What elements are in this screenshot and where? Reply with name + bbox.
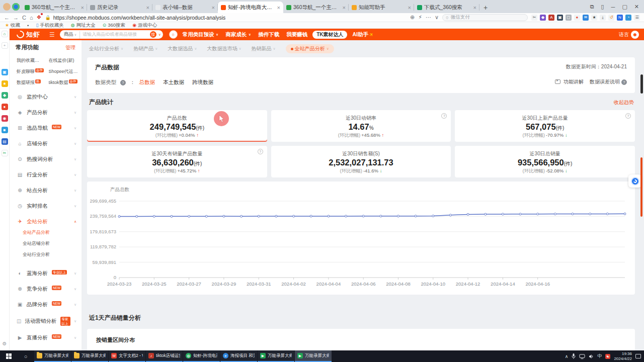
- bookmark-item[interactable]: ▯手机收藏夹: [36, 22, 63, 29]
- dark-ext-icon[interactable]: ▣: [557, 15, 563, 21]
- account-area[interactable]: 语言 ☻: [619, 31, 639, 39]
- globe-ext-icon[interactable]: ◔: [625, 15, 631, 21]
- stat-card[interactable]: 产品总数249,749,545(件)(环比增幅)+0.04% ↑: [87, 110, 267, 142]
- purple-ext-icon[interactable]: ◆: [540, 15, 546, 21]
- bookmark-item[interactable]: ◍网址大全: [71, 22, 96, 29]
- stat-card[interactable]: 近30天有销量产品数量36,630,260(件)(环比增幅)+45.72% ↑?: [87, 146, 267, 177]
- gear-icon[interactable]: ⚙: [3, 341, 7, 346]
- red-gadget-icon[interactable]: ●: [2, 104, 8, 110]
- taskbar-item-万能录屏大师[interactable]: ▶万能录屏大师: [258, 350, 294, 362]
- doc-gadget-icon[interactable]: ▤: [2, 138, 8, 145]
- sidebar-item-行业分析[interactable]: ▤行业分析∨: [16, 167, 82, 183]
- taskbar-item-万能录屏大师[interactable]: 万能录屏大师: [34, 350, 71, 362]
- minimize-button[interactable]: ─: [611, 4, 615, 10]
- sidebar-subitem-全站产品分析[interactable]: 全站产品分析: [23, 229, 54, 236]
- breadcrumb-tab-热销产品[interactable]: 热销产品∨: [133, 45, 157, 52]
- taskbar-item-tiktok店铺运营[interactable]: ♪tiktok店铺运营: [146, 350, 183, 362]
- new-tab-button[interactable]: +: [479, 4, 492, 13]
- orange-circle-ext-icon[interactable]: ●: [574, 15, 580, 21]
- zhixia-logo[interactable]: 知虾: [17, 30, 40, 39]
- close-button[interactable]: ✕: [634, 4, 639, 10]
- taskbar-item-文字文档2 - WPS …[interactable]: W文字文档2 - WPS …: [109, 350, 145, 362]
- url-text[interactable]: https://shopee.mobduos.com/workbench/all…: [53, 15, 226, 21]
- bookmark-item[interactable]: ⊙360搜索: [103, 22, 125, 29]
- browser-tab[interactable]: 下载式_360搜索×: [414, 2, 479, 13]
- tab-close-icon[interactable]: ×: [343, 5, 346, 11]
- browser-tab[interactable]: 表小铺--数据×: [152, 2, 218, 13]
- tk-material-button[interactable]: TK素材达人: [312, 31, 347, 39]
- sidebar-item-店铺分析[interactable]: ⌂店铺分析∨: [16, 136, 82, 151]
- tray-expand-icon[interactable]: ∧: [565, 354, 569, 359]
- 360-tray-icon[interactable]: ☯: [605, 354, 610, 359]
- tab-close-icon[interactable]: ×: [146, 5, 149, 11]
- quick-search-box[interactable]: ○ 微信支付: [442, 14, 528, 21]
- sidebar-item-运营辅助工具[interactable]: ⊡运营辅助工具∨: [16, 345, 82, 350]
- header-menu-常用类目预设[interactable]: 常用类目预设∨: [183, 31, 219, 38]
- chevron-down-icon[interactable]: ∨: [435, 14, 439, 21]
- sidebar-item-蓝海分析[interactable]: ◐蓝海分析专业以上∨: [16, 265, 82, 281]
- header-menu-我要赚钱[interactable]: 我要赚钱: [286, 31, 307, 38]
- quick-link[interactable]: tiktok数据合作: [49, 79, 80, 86]
- home-icon[interactable]: ⌂: [30, 15, 33, 21]
- download-icon[interactable]: ⤓: [600, 15, 606, 21]
- scissors-ext-icon[interactable]: ✂: [531, 15, 537, 21]
- sidebar-item-产品分析[interactable]: ◈产品分析∨: [16, 105, 82, 120]
- sidebar-item-活动营销分析[interactable]: ◫活动营销分析专家以上∨: [16, 312, 82, 330]
- header-menu-商家成长[interactable]: 商家成长∨: [225, 31, 251, 38]
- bookmark-item[interactable]: ◉游戏中心: [132, 22, 157, 29]
- print-gadget-icon[interactable]: ▣: [2, 69, 8, 75]
- red-ext-icon[interactable]: A: [548, 15, 554, 21]
- n-ext-icon[interactable]: N: [617, 15, 623, 21]
- forward-icon[interactable]: →: [13, 15, 19, 21]
- taskbar-search-button[interactable]: ○: [17, 350, 34, 362]
- sidebar-item-监控中心[interactable]: ◎监控中心∨: [16, 89, 82, 105]
- start-button[interactable]: [0, 350, 17, 362]
- ai-assistant-button[interactable]: AI助手✈: [352, 31, 373, 38]
- stat-card[interactable]: 近30日上新产品总量567,075(件)(环比增幅)-70.97% ↓?: [455, 110, 635, 142]
- trend-line-chart[interactable]: 059,939,891119,879,782179,819,673239,759…: [90, 193, 630, 293]
- microphone-icon[interactable]: [572, 353, 576, 359]
- gray-ext-icon[interactable]: ◻: [566, 15, 572, 21]
- sidebar-item-站点分析[interactable]: ⊕站点分析∨: [16, 183, 82, 198]
- data-type-tab-跨境数据[interactable]: 跨境数据: [192, 79, 213, 86]
- maximize-button[interactable]: ▢: [622, 4, 627, 10]
- bookmark-item[interactable]: ★收藏: [5, 22, 20, 29]
- stat-card[interactable]: 近30日总销量935,566,950(件)(环比增幅)-52.08% ↓: [455, 146, 635, 177]
- quick-link[interactable]: Shopee代运合作: [49, 68, 80, 75]
- search-category-select[interactable]: 商品∨: [64, 31, 76, 38]
- browser-profile-avatar[interactable]: [3, 3, 11, 11]
- header-menu-插件下载[interactable]: 插件下载: [258, 31, 279, 38]
- breadcrumb-tab-大数据选品[interactable]: 大数据选品∨: [168, 45, 197, 52]
- sidebar-item-实时排名[interactable]: ◷实时排名∨: [16, 198, 82, 214]
- stat-help-icon[interactable]: ?: [625, 113, 631, 119]
- sidebar-subitem-全站店铺分析[interactable]: 全站店铺分析: [23, 240, 54, 247]
- search-submit-button[interactable]: ○: [169, 30, 178, 39]
- search-mode-caret[interactable]: ∨: [158, 33, 161, 37]
- quick-link[interactable]: 在线监价(新): [49, 57, 80, 64]
- add-gadget-icon[interactable]: +: [2, 42, 8, 49]
- tab-close-icon[interactable]: ×: [81, 5, 84, 11]
- chat-gadget-icon[interactable]: ◉: [2, 115, 8, 122]
- taskbar-item-万能录屏大师[interactable]: 万能录屏大师: [71, 350, 108, 362]
- url-box[interactable]: 🔒 https://shopee.mobduos.com/workbench/a…: [45, 15, 327, 21]
- scrollbar-highlight[interactable]: [640, 157, 642, 217]
- data-error-link[interactable]: 数据误差说明 ?: [590, 78, 627, 85]
- flash-icon[interactable]: ⚡: [418, 14, 422, 21]
- tab-close-icon[interactable]: ×: [212, 5, 215, 11]
- quick-link[interactable]: 我的收藏虾皮达人: [17, 57, 48, 64]
- more-tools-icon[interactable]: ⋯: [426, 14, 431, 21]
- sidebar-subitem-全站行业分析[interactable]: 全站行业分析: [23, 251, 54, 258]
- breadcrumb-tab-全站产品分析[interactable]: 全站产品分析∨: [286, 44, 334, 53]
- zoom-search-icon[interactable]: ⊕: [410, 14, 415, 21]
- browser-360-icon[interactable]: [12, 3, 20, 11]
- speaker-icon[interactable]: [589, 354, 594, 359]
- scrollbar-thumb[interactable]: [640, 74, 643, 94]
- taskbar-item-海报项目 和另外 3 …[interactable]: e海报项目 和另外 3 …: [220, 350, 257, 362]
- sidebar-item-品牌分析[interactable]: ▣品牌分析NEW∨: [16, 297, 82, 312]
- taskbar-item-万能录屏大师[interactable]: ▶万能录屏大师: [295, 350, 332, 362]
- notification-center-icon[interactable]: [635, 354, 641, 358]
- green-gadget-icon[interactable]: ◆: [2, 92, 8, 99]
- sidebar-item-选品导航[interactable]: ⊞选品导航NEW∨: [16, 120, 82, 136]
- scissors-gadget-icon[interactable]: ✂: [2, 150, 8, 156]
- sidebar-item-热搜词分析[interactable]: ⊙热搜词分析∨: [16, 151, 82, 167]
